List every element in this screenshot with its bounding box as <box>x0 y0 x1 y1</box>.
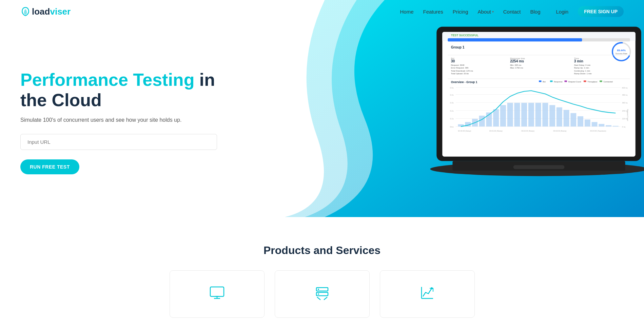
svg-rect-36 <box>550 80 553 82</box>
svg-text:Request: 3640: Request: 3640 <box>451 64 465 66</box>
laptop-mockup: TEST SUCCESSFUL Group 1 89.44% Success R… <box>427 20 644 188</box>
svg-rect-78 <box>564 110 569 127</box>
svg-rect-73 <box>528 103 534 127</box>
svg-text:240 rq: 240 rq <box>622 110 627 112</box>
svg-rect-70 <box>507 103 513 127</box>
svg-text:TEST SUCCESSFUL: TEST SUCCESSFUL <box>451 34 479 37</box>
hero-subtitle: Simulate 100's of concurrent users and s… <box>20 117 217 123</box>
svg-text:Request Count: Request Count <box>568 81 581 83</box>
svg-text:0ms: 0ms <box>450 126 454 128</box>
svg-text:600 rq: 600 rq <box>622 87 627 89</box>
nav-pricing[interactable]: Pricing <box>453 9 468 15</box>
url-input[interactable] <box>20 134 217 150</box>
svg-text:0.3s: 0.3s <box>450 102 454 104</box>
svg-rect-8 <box>448 38 582 41</box>
svg-text:Min: 265 ms: Min: 265 ms <box>510 64 521 66</box>
svg-text:Error Request: 365: Error Request: 365 <box>451 66 469 69</box>
svg-rect-85 <box>613 126 619 127</box>
nav-about[interactable]: About ▾ <box>478 9 494 15</box>
svg-rect-72 <box>521 103 527 127</box>
svg-text:Response: Response <box>554 81 562 83</box>
svg-rect-42 <box>600 80 602 82</box>
svg-text:Start Delay: 0 min: Start Delay: 0 min <box>574 64 591 66</box>
svg-text:0.1s: 0.1s <box>450 118 454 120</box>
svg-rect-76 <box>549 105 555 127</box>
header: loadviser Home Features Pricing About ▾ … <box>0 0 644 23</box>
logo-text: loadviser <box>32 6 71 17</box>
server-icon <box>314 284 331 301</box>
svg-text:Overview - Group 1: Overview - Group 1 <box>451 80 477 84</box>
svg-text:Group 1: Group 1 <box>451 45 465 49</box>
svg-rect-4 <box>513 165 565 169</box>
nav-home[interactable]: Home <box>400 9 413 15</box>
products-section: Products and Services <box>0 217 644 330</box>
svg-rect-75 <box>542 103 548 127</box>
svg-rect-79 <box>570 113 576 127</box>
svg-text:Bot: Bot <box>543 81 546 83</box>
monitor-icon <box>209 284 226 301</box>
svg-text:Total Download: 125 ms: Total Download: 125 ms <box>451 70 473 72</box>
svg-text:0.4s: 0.4s <box>450 94 454 96</box>
svg-text:30: 30 <box>451 59 455 63</box>
svg-text:Max: 1792 ms: Max: 1792 ms <box>510 66 523 69</box>
svg-text:00:00:00 (Setup): 00:00:00 (Setup) <box>458 130 471 132</box>
svg-point-98 <box>318 289 319 290</box>
svg-text:2254 ms: 2254 ms <box>510 59 524 63</box>
svg-text:Continuing: 1 min: Continuing: 1 min <box>574 70 590 72</box>
svg-rect-81 <box>585 119 590 127</box>
product-card-1 <box>170 270 265 318</box>
svg-rect-40 <box>584 80 586 82</box>
svg-rect-34 <box>539 80 542 82</box>
svg-text:00:03:00 (Ramp): 00:03:00 (Ramp) <box>553 130 566 132</box>
svg-text:0.2s: 0.2s <box>450 110 454 112</box>
nav-login[interactable]: ⊙ Login <box>550 8 569 15</box>
hero-section: Performance Testing in the Cloud Simulat… <box>0 0 644 217</box>
svg-text:360 rq: 360 rq <box>622 102 627 104</box>
svg-text:Total Upload: 33 kb: Total Upload: 33 kb <box>451 72 469 75</box>
chart-icon <box>419 284 436 301</box>
svg-text:Success Rate: Success Rate <box>616 53 627 55</box>
svg-rect-77 <box>557 107 562 127</box>
svg-line-101 <box>324 297 327 300</box>
logo[interactable]: loadviser <box>20 6 71 17</box>
run-free-test-button[interactable]: RUN FREE TEST <box>20 159 79 174</box>
svg-line-100 <box>317 297 320 300</box>
svg-point-99 <box>318 293 319 295</box>
svg-rect-38 <box>564 80 567 82</box>
laptop-svg: TEST SUCCESSFUL Group 1 89.44% Success R… <box>427 20 644 187</box>
svg-rect-82 <box>592 122 598 127</box>
products-title: Products and Services <box>20 244 624 257</box>
svg-rect-84 <box>606 125 611 127</box>
chevron-down-icon: ▾ <box>492 10 494 14</box>
nav: Home Features Pricing About ▾ Contact Bl… <box>400 6 624 17</box>
svg-rect-69 <box>500 105 506 127</box>
hero-title: Performance Testing in the Cloud <box>20 70 217 111</box>
svg-text:00:04:00 (Teardown): 00:04:00 (Teardown) <box>590 130 606 132</box>
svg-text:3 min: 3 min <box>574 59 583 63</box>
hero-content: Performance Testing in the Cloud Simulat… <box>0 70 237 175</box>
svg-rect-71 <box>514 103 520 127</box>
logo-icon <box>20 6 31 17</box>
svg-text:480 rq: 480 rq <box>622 94 627 96</box>
svg-text:00:02:00 (Ramp): 00:02:00 (Ramp) <box>521 130 534 132</box>
nav-features[interactable]: Features <box>423 9 443 15</box>
svg-rect-66 <box>479 116 485 127</box>
url-input-row <box>20 134 217 150</box>
svg-rect-80 <box>578 116 583 127</box>
svg-rect-15 <box>448 55 630 55</box>
svg-rect-83 <box>599 124 604 127</box>
nav-blog[interactable]: Blog <box>530 9 540 15</box>
svg-text:0 rq: 0 rq <box>622 126 625 128</box>
svg-rect-74 <box>535 103 541 127</box>
svg-text:Connected: Connected <box>603 81 612 83</box>
nav-contact[interactable]: Contact <box>503 9 521 15</box>
login-icon: ⊙ <box>550 8 554 15</box>
svg-text:89.44%: 89.44% <box>617 49 626 52</box>
svg-rect-32 <box>448 79 630 79</box>
svg-text:Ramp Down: 1 min: Ramp Down: 1 min <box>574 72 592 75</box>
svg-rect-92 <box>210 287 224 296</box>
svg-text:Request Count: Request Count <box>627 109 629 121</box>
svg-text:0.5s: 0.5s <box>450 87 454 89</box>
products-cards <box>20 270 624 318</box>
nav-signup[interactable]: FREE SIGN UP <box>578 6 624 17</box>
